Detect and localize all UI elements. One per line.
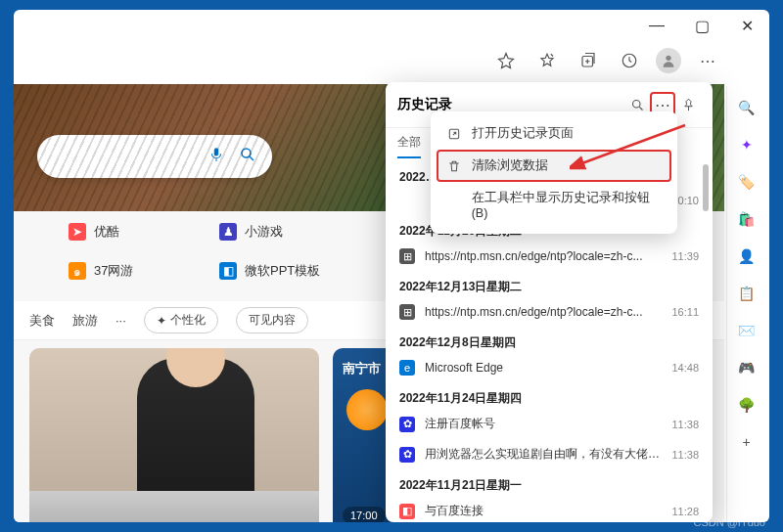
sidebar-icon[interactable]: 🛍️: [737, 209, 757, 229]
window-controls: — ▢ ✕: [634, 10, 769, 41]
favicon: ◧: [399, 504, 415, 519]
time-label: 17:00: [343, 507, 386, 522]
sidebar-icon[interactable]: ✦: [737, 135, 757, 155]
history-date-group: 2022年12月8日星期四: [386, 327, 713, 353]
quick-links-grid: ➤优酷♟小游戏๑37网游◧微软PPT模板: [69, 223, 366, 280]
quick-link[interactable]: ◧微软PPT模板: [219, 262, 366, 280]
sidebar-icon[interactable]: 🌳: [737, 395, 757, 415]
open-icon: [446, 126, 462, 142]
favicon: ✿: [399, 417, 415, 432]
history-icon[interactable]: [615, 46, 644, 75]
site-icon: ♟: [219, 223, 237, 241]
sun-icon: [346, 389, 388, 430]
favicon: ⊞: [399, 304, 415, 320]
mic-icon[interactable]: [207, 146, 225, 167]
sidebar-icon[interactable]: 📋: [737, 284, 757, 303]
sidebar-icon[interactable]: 👤: [737, 246, 757, 266]
menu-open-history-page[interactable]: 打开历史记录页面: [437, 117, 671, 150]
favicon: e: [399, 360, 415, 376]
sparkle-icon: ✦: [157, 314, 166, 328]
history-date-group: 2022年11月24日星期四: [386, 382, 713, 409]
sidebar-icon[interactable]: +: [737, 432, 757, 452]
svg-point-2: [666, 56, 670, 61]
menu-show-history-button[interactable]: 在工具栏中显示历史记录和按钮(B): [437, 182, 671, 228]
edge-sidebar: 🔍✦🏷️🛍️👤📋✉️🎮🌳+: [726, 86, 765, 522]
trash-icon: [446, 158, 462, 174]
menu-clear-browsing-data[interactable]: 清除浏览数据: [437, 150, 671, 182]
quick-link[interactable]: ➤优酷: [69, 223, 215, 241]
history-entry[interactable]: ✿用浏览器怎么实现追剧自由啊，有没有大佬知...11:38: [386, 439, 713, 469]
favorite-star-icon[interactable]: [491, 46, 521, 75]
nav-item[interactable]: 旅游: [72, 312, 98, 330]
profile-avatar[interactable]: [656, 48, 681, 73]
pin-icon[interactable]: [675, 92, 701, 117]
minimize-button[interactable]: —: [634, 10, 679, 41]
scrollbar[interactable]: [703, 164, 709, 211]
collections-icon[interactable]: [574, 46, 603, 75]
nav-item[interactable]: 美食: [29, 312, 55, 330]
favicon: [399, 193, 415, 208]
history-entry[interactable]: ⊞https://ntp.msn.cn/edge/ntp?locale=zh-c…: [386, 297, 713, 327]
favorites-icon[interactable]: [532, 46, 562, 75]
favicon: ⊞: [399, 248, 415, 264]
maximize-button[interactable]: ▢: [679, 10, 724, 41]
search-bar[interactable]: [37, 135, 272, 178]
sidebar-icon[interactable]: 🎮: [737, 358, 757, 377]
quick-link[interactable]: ♟小游戏: [219, 223, 366, 241]
personalize-chip[interactable]: ✦ 个性化: [144, 307, 218, 333]
svg-point-5: [632, 100, 640, 108]
sidebar-icon[interactable]: ✉️: [737, 321, 757, 340]
site-icon: ◧: [219, 262, 237, 280]
history-entry[interactable]: ◧与百度连接11:28: [386, 496, 713, 522]
more-icon[interactable]: ⋯: [693, 46, 722, 75]
history-entry[interactable]: eMicrosoft Edge14:48: [386, 353, 713, 382]
nav-more[interactable]: ···: [115, 313, 126, 328]
tab-all[interactable]: 全部: [397, 134, 421, 158]
close-button[interactable]: ✕: [724, 10, 769, 41]
site-icon: ➤: [69, 223, 86, 241]
svg-rect-3: [214, 148, 219, 155]
history-date-group: 2022年11月21日星期一: [386, 469, 713, 496]
browser-toolbar: ⋯: [491, 45, 722, 76]
favicon: ✿: [399, 447, 415, 463]
quick-link[interactable]: ๑37网游: [69, 262, 215, 280]
sidebar-icon[interactable]: 🔍: [737, 98, 757, 117]
history-entry[interactable]: ⊞https://ntp.msn.cn/edge/ntp?locale=zh-c…: [386, 242, 713, 271]
city-label: 南宁市: [343, 360, 392, 377]
site-icon: ๑: [69, 262, 86, 280]
history-context-menu: 打开历史记录页面 清除浏览数据 在工具栏中显示历史记录和按钮(B): [431, 111, 677, 234]
history-entry[interactable]: ✿注册百度帐号11:38: [386, 409, 713, 439]
news-card[interactable]: [29, 348, 319, 522]
visible-content-chip[interactable]: 可见内容: [236, 307, 308, 333]
history-date-group: 2022年12月13日星期二: [386, 271, 713, 297]
search-icon[interactable]: [239, 146, 256, 167]
sidebar-icon[interactable]: 🏷️: [737, 172, 757, 192]
svg-point-4: [242, 149, 251, 157]
